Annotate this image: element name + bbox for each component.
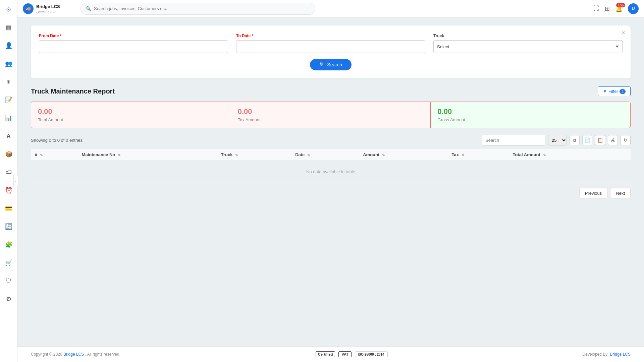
topbar-right: ⛶ ⊞ 🔔 156 U	[593, 3, 639, 14]
gross-amount-label: Gross Amount	[437, 117, 624, 122]
col-amount[interactable]: Amount ⇅	[359, 149, 447, 161]
sidebar-item-cart[interactable]: 🛒	[3, 257, 15, 269]
gross-amount-value: 0.00	[437, 107, 624, 116]
search-button[interactable]: 🔍 Search	[310, 59, 351, 70]
previous-button[interactable]: Previous	[579, 188, 608, 198]
csv-icon: 📄	[585, 137, 590, 143]
excel-button[interactable]: 📋	[595, 135, 605, 145]
tax-amount-value: 0.00	[238, 107, 424, 116]
truck-label: Truck	[433, 34, 623, 38]
app-name: Bridge LCS	[36, 4, 60, 9]
sidebar-item-note[interactable]: 📝	[3, 94, 15, 106]
chart-icon: 📊	[5, 114, 12, 122]
apps-icon[interactable]: ⊞	[605, 5, 610, 12]
footer-copyright: Copyright © 2020 Bridge LCS . All rights…	[31, 352, 120, 357]
sidebar-item-box[interactable]: 📦	[3, 148, 15, 160]
notification-badge: 156	[616, 3, 625, 7]
filter-row: From Date * 01-09-2020 To Date * 18-09-2…	[39, 34, 623, 53]
settings-icon: ⚙	[6, 295, 11, 303]
grid-icon: ▦	[6, 24, 11, 31]
clock-icon: ⏰	[5, 187, 12, 194]
csv-button[interactable]: 📄	[582, 135, 592, 145]
page-size-select[interactable]: 25 10 50 100	[548, 135, 567, 145]
logo-area: 🚚 Bridge LCS بريدج لبسس	[23, 3, 76, 14]
cart-icon: 🛒	[5, 259, 12, 266]
avatar[interactable]: U	[628, 3, 639, 14]
truck-field: Truck Select	[433, 34, 623, 53]
col-tax[interactable]: Tax ⇅	[448, 149, 509, 161]
tax-amount-label: Tax Amount	[238, 117, 424, 122]
copy-icon: ⧉	[573, 137, 576, 143]
group-icon: 👥	[5, 60, 12, 67]
sidebar-collapse-button[interactable]: ‹	[13, 175, 18, 187]
print-button[interactable]: 🖨	[608, 135, 618, 145]
report-title: Truck Maintenance Report	[31, 87, 115, 95]
footer-developed: Developed By Bridge LCS	[583, 352, 631, 357]
from-date-input[interactable]: 01-09-2020	[39, 40, 228, 53]
table-controls: 25 10 50 100 ⧉ 📄 📋 🖨 ↻	[482, 135, 631, 145]
logo-letter: 🚚	[26, 6, 31, 11]
truck-select[interactable]: Select	[433, 40, 623, 53]
sidebar-item-group[interactable]: 👥	[3, 58, 15, 70]
next-button[interactable]: Next	[610, 188, 631, 198]
sidebar-item-puzzle[interactable]: 🧩	[3, 239, 15, 251]
table-search-input[interactable]	[482, 135, 545, 145]
sidebar-item-clock[interactable]: ⏰	[3, 184, 15, 196]
filter-button[interactable]: ▼ Filter 2	[598, 86, 631, 96]
global-search-bar[interactable]: 🔍	[80, 3, 315, 15]
box-icon: 📦	[5, 150, 12, 158]
close-filter-button[interactable]: ×	[622, 29, 625, 37]
sidebar-item-card[interactable]: 💳	[3, 202, 15, 215]
table-header-row: # ⇅ Maintenance No ⇅ Truck ⇅ Date ⇅ Amou…	[31, 149, 631, 161]
col-truck[interactable]: Truck ⇅	[217, 149, 291, 161]
filter-btn-label: Filter	[608, 89, 618, 94]
search-btn-icon: 🔍	[319, 62, 325, 67]
card-icon: 💳	[5, 205, 12, 212]
sidebar-item-chart[interactable]: 📊	[3, 112, 15, 124]
to-date-input[interactable]: 18-09-2020	[236, 40, 425, 53]
vat-box: VAT	[338, 351, 351, 357]
no-data-row: No data available in table	[31, 161, 631, 183]
print-icon: 🖨	[610, 137, 615, 143]
col-date[interactable]: Date ⇅	[291, 149, 359, 161]
refresh-button[interactable]: ↻	[621, 135, 631, 145]
footer-center: Certified VAT ISO 25000 : 2014	[316, 351, 387, 357]
col-total-amount[interactable]: Total Amount ⇅	[509, 149, 631, 161]
search-bar-icon: 🔍	[86, 6, 91, 11]
sidebar-item-tag[interactable]: 🏷	[3, 166, 15, 178]
col-maintenance-no[interactable]: Maintenance No ⇅	[78, 149, 217, 161]
total-amount-label: Total Amount	[38, 117, 224, 122]
person-icon: 👤	[5, 42, 12, 49]
logo-text: Bridge LCS بريدج لبسس	[36, 4, 60, 13]
table-toolbar: Showing 0 to 0 of 0 entries 25 10 50 100…	[31, 135, 631, 145]
data-table: # ⇅ Maintenance No ⇅ Truck ⇅ Date ⇅ Amou…	[31, 149, 631, 183]
sidebar-item-grid[interactable]: ▦	[3, 21, 15, 34]
expand-icon[interactable]: ⛶	[593, 5, 599, 12]
from-date-label: From Date *	[39, 34, 228, 38]
total-amount-value: 0.00	[38, 107, 224, 116]
sidebar-item-person[interactable]: 👤	[3, 40, 15, 52]
global-search-input[interactable]	[94, 6, 310, 11]
entries-info: Showing 0 to 0 of 0 entries	[31, 138, 83, 143]
sidebar-item-dashboard[interactable]: ⊙	[3, 3, 15, 15]
col-hash[interactable]: # ⇅	[31, 149, 78, 161]
sidebar-item-settings[interactable]: ⚙	[3, 293, 15, 305]
copy-button[interactable]: ⧉	[570, 135, 580, 145]
tag-icon: 🏷	[6, 169, 12, 176]
app-subtitle: بريدج لبسس	[36, 9, 60, 13]
sidebar-item-text[interactable]: A	[3, 130, 15, 142]
main-container: 🚚 Bridge LCS بريدج لبسس 🔍 ⛶ ⊞ 🔔 156 U ×	[17, 0, 644, 362]
filter-count-badge: 2	[620, 89, 626, 94]
sidebar-item-add-person[interactable]: ⊕	[3, 76, 15, 88]
puzzle-icon: 🧩	[5, 241, 12, 248]
sidebar-item-shield[interactable]: 🛡	[3, 275, 15, 287]
refresh-icon: 🔄	[5, 223, 12, 230]
footer-developed-link[interactable]: Bridge LCS	[610, 352, 631, 357]
notification-button[interactable]: 🔔 156	[615, 5, 623, 12]
from-date-field: From Date * 01-09-2020	[39, 34, 228, 53]
shield-icon: 🛡	[6, 278, 12, 285]
sidebar-item-refresh[interactable]: 🔄	[3, 221, 15, 233]
filter-icon: ▼	[603, 89, 607, 94]
pagination-row: Previous Next	[31, 188, 631, 198]
footer-company-link[interactable]: Bridge LCS	[63, 352, 84, 357]
